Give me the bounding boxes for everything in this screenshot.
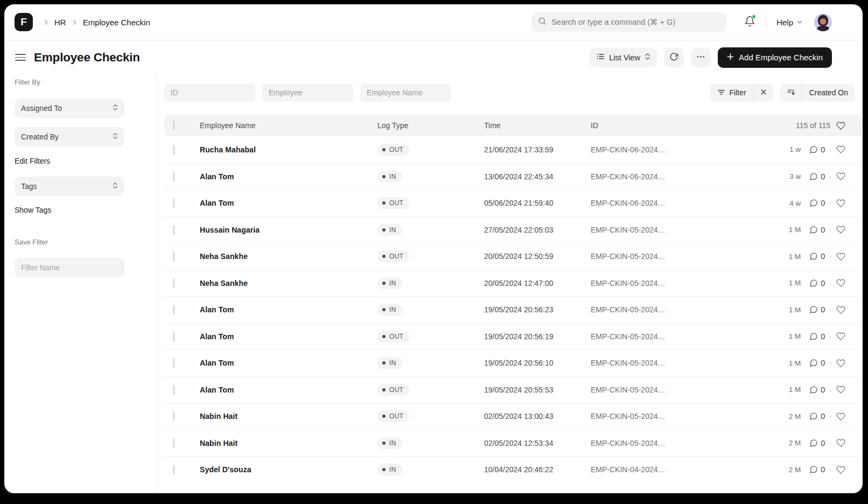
row-checkbox[interactable] [173, 172, 174, 181]
comment-count-button[interactable]: 0 [809, 252, 825, 261]
created-by-select[interactable]: Created By [15, 127, 124, 146]
row-checkbox[interactable] [173, 465, 174, 474]
employee-name[interactable]: Rucha Mahabal [200, 145, 377, 154]
heart-icon[interactable] [836, 199, 845, 208]
heart-icon[interactable] [836, 278, 845, 288]
menu-icon[interactable] [15, 54, 26, 61]
column-employee-name[interactable]: Employee Name [200, 121, 377, 130]
table-row[interactable]: Nabin Hait OUT 02/05/2024 13:00:43 EMP-C… [164, 403, 863, 430]
filter-name-input[interactable] [15, 258, 124, 277]
employee-name[interactable]: Alan Tom [200, 305, 377, 314]
comment-count-button[interactable]: 0 [809, 279, 825, 288]
table-row[interactable]: Neha Sankhe OUT 20/05/2024 12:50:59 EMP-… [164, 243, 863, 270]
clear-filter-button[interactable] [753, 83, 773, 102]
breadcrumb-employee-checkin[interactable]: Employee Checkin [83, 18, 150, 27]
comment-count-button[interactable]: 0 [809, 332, 825, 341]
row-checkbox[interactable] [173, 225, 174, 235]
id-filter-input[interactable] [164, 83, 255, 102]
table-row[interactable]: Rucha Mahabal OUT 21/06/2024 17:33:59 EM… [164, 136, 863, 163]
employee-name-filter-input[interactable] [360, 83, 451, 102]
heart-icon[interactable] [836, 172, 845, 181]
employee-name[interactable]: Alan Tom [200, 332, 377, 341]
employee-name[interactable]: Hussain Nagaria [200, 226, 377, 234]
comment-count: 0 [821, 359, 825, 367]
employee-name[interactable]: Alan Tom [200, 172, 377, 181]
table-row[interactable]: Alan Tom OUT 19/05/2024 20:56:19 EMP-CKI… [164, 323, 863, 350]
employee-name[interactable]: Alan Tom [200, 386, 377, 394]
heart-icon[interactable] [836, 145, 845, 154]
search-input[interactable] [551, 18, 720, 26]
user-avatar[interactable] [814, 13, 832, 31]
employee-name[interactable]: Neha Sankhe [200, 279, 377, 288]
comment-count-button[interactable]: 0 [809, 359, 825, 367]
table-row[interactable]: Alan Tom IN 19/05/2024 20:56:23 EMP-CKIN… [164, 296, 863, 323]
more-options-button[interactable] [691, 48, 711, 67]
heart-icon[interactable] [836, 412, 845, 421]
row-checkbox[interactable] [173, 332, 174, 341]
row-checkbox[interactable] [173, 385, 174, 395]
table-row[interactable]: Nabin Hait IN 02/05/2024 12:53:34 EMP-CK… [164, 430, 863, 457]
row-checkbox[interactable] [173, 198, 174, 208]
table-row[interactable]: Alan Tom IN 19/05/2024 20:56:10 EMP-CKIN… [164, 349, 863, 376]
show-tags-link[interactable]: Show Tags [15, 206, 51, 214]
column-log-type[interactable]: Log Type [377, 121, 484, 130]
comment-count-button[interactable]: 0 [809, 145, 825, 154]
employee-filter-input[interactable] [262, 83, 353, 102]
table-row[interactable]: Sydel D'souza IN 10/04/2024 20:46:22 EMP… [164, 456, 863, 483]
filter-button[interactable]: Filter [710, 83, 753, 102]
row-checkbox[interactable] [173, 411, 174, 421]
heart-icon[interactable] [836, 252, 845, 261]
employee-name[interactable]: Nabin Hait [200, 412, 377, 421]
breadcrumb-hr[interactable]: HR [54, 18, 66, 27]
comment-count-button[interactable]: 0 [809, 412, 825, 421]
employee-name[interactable]: Alan Tom [200, 199, 377, 207]
select-all-checkbox[interactable] [173, 121, 174, 130]
employee-name[interactable]: Neha Sankhe [200, 252, 377, 261]
column-id[interactable]: ID [591, 121, 796, 130]
comment-count-button[interactable]: 0 [809, 226, 825, 234]
view-switcher-button[interactable]: List View [590, 48, 657, 67]
employee-name[interactable]: Sydel D'souza [200, 465, 377, 474]
row-checkbox[interactable] [173, 438, 174, 448]
comment-count-button[interactable]: 0 [809, 199, 825, 207]
tags-select[interactable]: Tags [15, 177, 124, 196]
log-type-badge: OUT [377, 384, 409, 396]
row-checkbox[interactable] [173, 305, 174, 314]
comment-count-button[interactable]: 0 [809, 172, 825, 181]
row-checkbox[interactable] [173, 278, 174, 288]
heart-icon[interactable] [836, 305, 845, 314]
employee-name[interactable]: Nabin Hait [200, 439, 377, 447]
edit-filters-link[interactable]: Edit Filters [15, 157, 50, 165]
row-checkbox[interactable] [173, 358, 174, 368]
sort-direction-button[interactable] [780, 83, 802, 102]
heart-icon[interactable] [836, 121, 845, 130]
row-checkbox[interactable] [173, 251, 174, 261]
table-row[interactable]: Hussain Nagaria IN 27/05/2024 22:05:03 E… [164, 216, 863, 243]
heart-icon[interactable] [836, 359, 845, 368]
assigned-to-select[interactable]: Assigned To [15, 99, 124, 118]
employee-name[interactable]: Alan Tom [200, 359, 377, 367]
result-count[interactable]: 115 of 115 [796, 121, 830, 130]
help-menu[interactable]: Help [776, 18, 803, 27]
heart-icon[interactable] [836, 465, 845, 474]
sort-field-button[interactable]: Created On [802, 83, 855, 102]
comment-count-button[interactable]: 0 [809, 465, 825, 474]
table-row[interactable]: Alan Tom IN 13/06/2024 22:45:34 EMP-CKIN… [164, 163, 863, 190]
notifications-button[interactable] [744, 16, 755, 29]
global-search[interactable] [531, 12, 726, 32]
comment-count-button[interactable]: 0 [809, 439, 825, 447]
table-row[interactable]: Alan Tom OUT 05/06/2024 21:59:40 EMP-CKI… [164, 190, 863, 216]
heart-icon[interactable] [836, 438, 845, 447]
heart-icon[interactable] [836, 225, 845, 234]
table-row[interactable]: Alan Tom OUT 19/05/2024 20:55:53 EMP-CKI… [164, 376, 863, 403]
column-time[interactable]: Time [484, 121, 591, 130]
add-employee-checkin-button[interactable]: Add Employee Checkin [718, 47, 832, 68]
row-checkbox[interactable] [173, 145, 174, 155]
refresh-button[interactable] [664, 48, 684, 67]
table-row[interactable]: Neha Sankhe IN 20/05/2024 12:47:00 EMP-C… [164, 270, 863, 297]
comment-count-button[interactable]: 0 [809, 386, 825, 394]
heart-icon[interactable] [836, 332, 845, 341]
frappe-logo[interactable]: F [15, 13, 33, 31]
heart-icon[interactable] [836, 385, 845, 394]
comment-count-button[interactable]: 0 [809, 305, 825, 314]
